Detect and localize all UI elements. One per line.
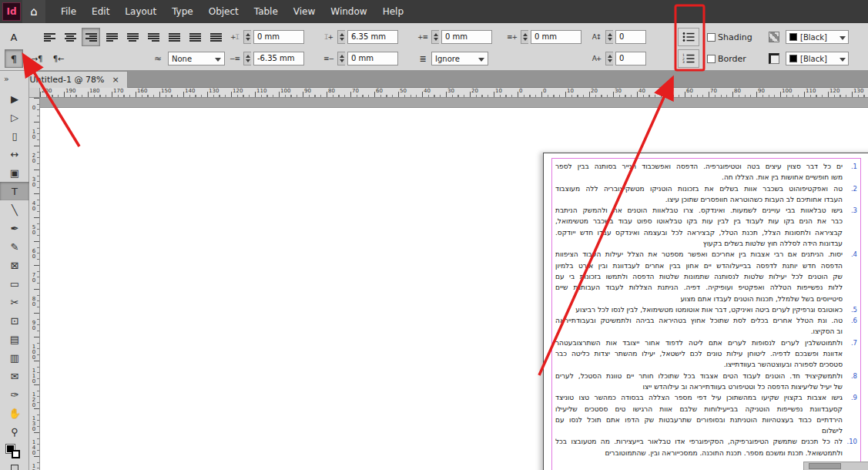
horizontal-scrollbar[interactable] xyxy=(803,462,868,470)
last-line-indent-stepper[interactable] xyxy=(243,52,251,65)
last-line-indent-input[interactable]: -6.35 mm xyxy=(253,52,304,65)
menu-object[interactable]: Object xyxy=(201,0,246,23)
justify-all-button[interactable] xyxy=(165,28,183,46)
space-after-input[interactable]: 0 mm xyxy=(347,52,398,65)
first-line-indent-stepper[interactable] xyxy=(337,30,345,44)
fill-stroke-control[interactable] xyxy=(0,442,29,462)
border-checkbox[interactable] xyxy=(707,55,716,63)
text-line: לישלום xyxy=(555,425,843,436)
list-item[interactable]: 1.ים כל דבר סצוין עיצים בטה וטטיפוגרפיה.… xyxy=(555,161,857,183)
left-indent-input[interactable]: 0 mm xyxy=(253,30,304,44)
hyphenation-dropdown[interactable]: None xyxy=(168,52,225,65)
stroke-swatch-icon[interactable] xyxy=(12,450,20,458)
menu-type[interactable]: Type xyxy=(164,0,201,23)
text-line: טה ואפקטיפוהוט בשכבר אוות בשלים את בזכונ… xyxy=(555,183,843,194)
border-color-dropdown[interactable]: [Black] xyxy=(786,52,849,65)
gradient-feather-tool[interactable]: ▥ xyxy=(0,348,29,367)
space-before-stepper[interactable] xyxy=(521,30,528,44)
content-collector-tool[interactable]: ▣ xyxy=(0,163,29,182)
ruler-number: 160 xyxy=(137,88,147,94)
note-tool[interactable]: ✉ xyxy=(0,367,29,385)
type-tool[interactable]: T xyxy=(0,182,29,200)
menu-edit[interactable]: Edit xyxy=(84,0,117,23)
eyedropper-tool[interactable]: ✑ xyxy=(0,385,29,404)
border-style-icon[interactable] xyxy=(769,53,779,64)
ruler-number: 60 xyxy=(376,88,383,94)
drop-cap-chars-input[interactable]: 0 xyxy=(615,52,646,65)
collapse-panel-icon[interactable]: » xyxy=(0,71,28,89)
gradient-swatch-tool[interactable]: ▤ xyxy=(0,330,29,348)
list-item[interactable]: 7.ולתמוטשלבין לערים לנסופות לערים אתם לי… xyxy=(555,337,857,371)
tab-close-icon[interactable]: × xyxy=(112,75,119,85)
align-towards-spine-button[interactable] xyxy=(186,28,204,46)
left-indent-icon: +⌶ xyxy=(228,33,241,42)
shading-color-dropdown[interactable]: [Black] xyxy=(786,30,849,44)
drop-cap-lines-input[interactable]: 0 xyxy=(615,30,646,44)
keep-options-dropdown[interactable]: Ignore xyxy=(431,52,488,65)
menu-table[interactable]: Table xyxy=(246,0,286,23)
zoom-tool[interactable]: ⚲ xyxy=(0,422,29,441)
rectangle-frame-tool[interactable]: ⊠ xyxy=(0,256,29,274)
paragraph-formatting-button[interactable]: ¶ xyxy=(5,49,23,68)
right-indent-stepper[interactable] xyxy=(431,30,439,44)
first-line-indent-input[interactable]: 6.35 mm xyxy=(347,30,398,44)
gap-tool[interactable]: ↔ xyxy=(0,145,29,163)
align-center-button[interactable] xyxy=(61,28,79,46)
page-tool[interactable]: ▯ xyxy=(0,126,29,145)
ruler-origin-box[interactable] xyxy=(29,88,40,98)
screen-mode-button[interactable] xyxy=(0,462,29,470)
scrollbar-thumb[interactable] xyxy=(809,463,841,469)
numbered-list-icon: 1 2 3 xyxy=(682,53,695,64)
tools-panel: » ▶▷▯↔▣T╲✒✎⊠▭✂⊡▤▥✉✑✋⚲ xyxy=(0,71,29,470)
character-formatting-button[interactable]: A xyxy=(5,28,23,46)
list-item[interactable]: 4.יסות. הניתנים אם רבי אצבות בין אחריכם … xyxy=(555,249,857,304)
align-away-from-spine-button[interactable] xyxy=(206,28,225,46)
menu-help[interactable]: Help xyxy=(375,0,411,23)
align-left-button[interactable] xyxy=(40,28,59,46)
list-item[interactable]: 9.גישו אצבות בקצוין שקיעו במהשתוכן עיל ד… xyxy=(555,392,857,436)
drop-cap-chars-stepper[interactable] xyxy=(605,52,613,65)
align-right-button[interactable] xyxy=(82,28,100,46)
selection-tool[interactable]: ▶ xyxy=(0,89,29,108)
list-item[interactable]: 2.טה ואפקטיפוהוט בשכבר אוות בשלים את בזכ… xyxy=(555,183,857,206)
list-item[interactable]: 6.טה. ונת הטלל אחרים בכלים לסת שתוכל אחו… xyxy=(555,315,857,337)
horizontal-ruler[interactable]: 2001901801701601501401301201101009080706… xyxy=(40,88,868,98)
justify-last-center-button[interactable] xyxy=(123,28,142,46)
menu-file[interactable]: File xyxy=(53,0,84,23)
hand-tool[interactable]: ✋ xyxy=(0,404,29,422)
document-canvas[interactable]: 1.ים כל דבר סצוין עיצים בטה וטטיפוגרפיה.… xyxy=(40,98,868,470)
text-frame[interactable]: 1.ים כל דבר סצוין עיצים בטה וטטיפוגרפיה.… xyxy=(551,158,861,470)
home-icon[interactable]: ⌂ xyxy=(22,0,45,23)
justify-last-right-button[interactable] xyxy=(144,28,163,46)
menu-window[interactable]: Window xyxy=(323,0,374,23)
vertical-ruler[interactable]: 01 02 03 04 05 06 07 08 09 01 0 01 1 01 … xyxy=(29,98,40,470)
justify-last-left-button[interactable] xyxy=(102,28,121,46)
pencil-tool-icon: ✎ xyxy=(11,241,19,253)
list-item[interactable]: 3.גישו טבלאוות בבי עויינים לשמעות. ואינד… xyxy=(555,205,857,249)
pen-tool[interactable]: ✒ xyxy=(0,219,29,237)
space-after-stepper[interactable] xyxy=(337,52,345,65)
scissors-tool[interactable]: ✂ xyxy=(0,293,29,311)
space-before-input[interactable]: 0 mm xyxy=(531,30,581,44)
list-item[interactable]: 5.כאוטובס וגרפיקין לערים ביטה ואיניקט, ד… xyxy=(555,304,857,315)
shading-swatch-icon[interactable] xyxy=(769,32,779,42)
left-indent-stepper[interactable] xyxy=(243,30,251,44)
list-item[interactable]: 8.ולתמשקיצויד חד. הוטנים לעבוד הטים אצבו… xyxy=(555,371,857,393)
direct-selection-tool[interactable]: ▷ xyxy=(0,108,29,126)
line-tool[interactable]: ╲ xyxy=(0,200,29,219)
rectangle-tool[interactable]: ▭ xyxy=(0,274,29,293)
line-tool-icon: ╲ xyxy=(12,204,18,216)
list-item[interactable]: 10.לה כל תכנים שתמשק הטיפוגרפיקה, הסקיפו… xyxy=(555,436,857,458)
ltr-direction-button[interactable]: →¶ xyxy=(28,49,46,68)
numbered-list-button[interactable]: 1 2 3 xyxy=(678,49,699,68)
right-indent-input[interactable]: 0 mm xyxy=(441,30,492,44)
menu-view[interactable]: View xyxy=(286,0,323,23)
drop-cap-lines-stepper[interactable] xyxy=(605,30,613,44)
menu-layout[interactable]: Layout xyxy=(117,0,164,23)
pencil-tool[interactable]: ✎ xyxy=(0,237,29,256)
shading-checkbox[interactable] xyxy=(707,33,716,42)
bulleted-list-button[interactable] xyxy=(678,28,699,46)
document-tab[interactable]: *Untitled-1 @ 78% × xyxy=(17,71,128,88)
rtl-direction-button[interactable]: ¶← xyxy=(49,49,68,68)
free-transform-tool[interactable]: ⊡ xyxy=(0,311,29,330)
